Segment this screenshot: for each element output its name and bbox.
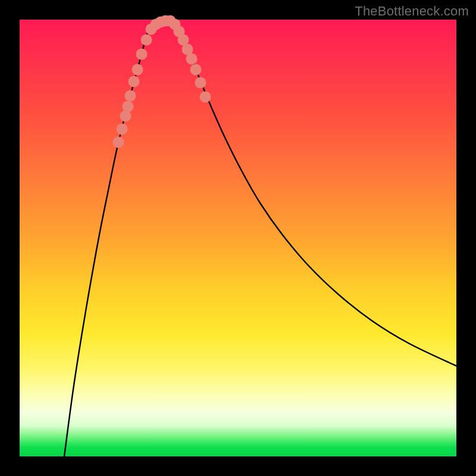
curve-dot: [123, 101, 134, 112]
outer-frame: TheBottleneck.com: [0, 0, 476, 476]
curve-dot: [195, 77, 206, 89]
curve-dot: [129, 76, 140, 87]
curve-dot: [141, 35, 152, 46]
curve-dot: [186, 54, 198, 65]
curve-svg: [20, 20, 456, 456]
curve-dot: [136, 49, 148, 60]
curve-dot: [200, 92, 211, 103]
watermark-text: TheBottleneck.com: [355, 4, 469, 19]
curve-dot: [132, 64, 143, 76]
curve-dot: [190, 64, 202, 76]
curve-dots: [113, 15, 211, 148]
curve-dot: [125, 90, 136, 102]
curve-dot: [117, 124, 128, 135]
curve-right-branch: [174, 24, 456, 366]
curve-dot: [120, 111, 131, 122]
plot-area: [20, 20, 456, 456]
curve-dot: [113, 137, 124, 148]
